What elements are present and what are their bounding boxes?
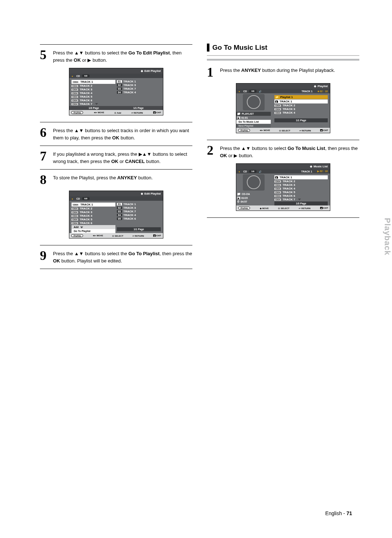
step-9: 9 Press the ▲▼ buttons to select the Go … bbox=[40, 249, 192, 264]
chevron-down-icon bbox=[95, 103, 98, 105]
osd-edit-playlist-2: Edit Playlist CD6/9 CDDATRACK 1 CDDATRAC… bbox=[69, 191, 163, 239]
osd-music-list: Music List CD1/9 🔊 TRACK 1 02 : 10 CD-DA… bbox=[236, 163, 330, 211]
osd-playlist: Playlist CD4/9 🔊 TRACK 1 02 : 10 PLAYLIS… bbox=[236, 83, 330, 133]
goto-playlist-menu-item: Go To Playlist bbox=[72, 229, 115, 233]
page-footer: English - 71 bbox=[325, 510, 352, 516]
new-playlist-item: New Playlist bbox=[236, 124, 271, 128]
diamond-icon bbox=[141, 69, 144, 73]
step-r2: 2 Press the ▲▼ buttons to select Go To M… bbox=[207, 144, 359, 159]
side-tab-playback: Playback bbox=[383, 218, 392, 255]
goto-music-list-item: Go To Music List bbox=[236, 120, 271, 124]
osd-header: Edit Playlist bbox=[69, 68, 163, 74]
add-menu-item: Add bbox=[72, 225, 115, 229]
osd-edit-playlist-1: Edit Playlist CD6/9 CDDATRACK 1 CDDATRAC… bbox=[69, 68, 163, 115]
divider bbox=[40, 44, 192, 45]
title-bar-icon bbox=[207, 44, 209, 52]
osd-cd-bar: CD6/9 bbox=[69, 74, 163, 78]
step-6: 6 Press the ▲▼ buttons to select tracks … bbox=[40, 126, 192, 141]
disc-icon bbox=[72, 75, 74, 77]
step-8: 8 To store the Playlist, press the ANYKE… bbox=[40, 173, 192, 186]
step-7: 7 If you playlisted a wrong track, press… bbox=[40, 150, 192, 165]
section-title: Go To Music List bbox=[207, 44, 359, 52]
left-column: 5 Press the ▲▼ buttons to select the Go … bbox=[40, 40, 192, 273]
step-r1: 1 Press the ANYKEY button during the Pla… bbox=[207, 66, 359, 79]
disc-graphic-icon bbox=[243, 94, 265, 110]
step-number: 5 bbox=[40, 48, 50, 64]
step-text: Press the ▲▼ buttons to select the Go To… bbox=[53, 48, 192, 64]
right-column: Go To Music List 1 Press the ANYKEY butt… bbox=[207, 40, 359, 273]
playlist-folder: PLAYLIST bbox=[236, 112, 271, 116]
step-5: 5 Press the ▲▼ buttons to select the Go … bbox=[40, 48, 192, 64]
disc-graphic-icon bbox=[243, 174, 265, 191]
anykey-button: Anykey bbox=[71, 111, 83, 114]
